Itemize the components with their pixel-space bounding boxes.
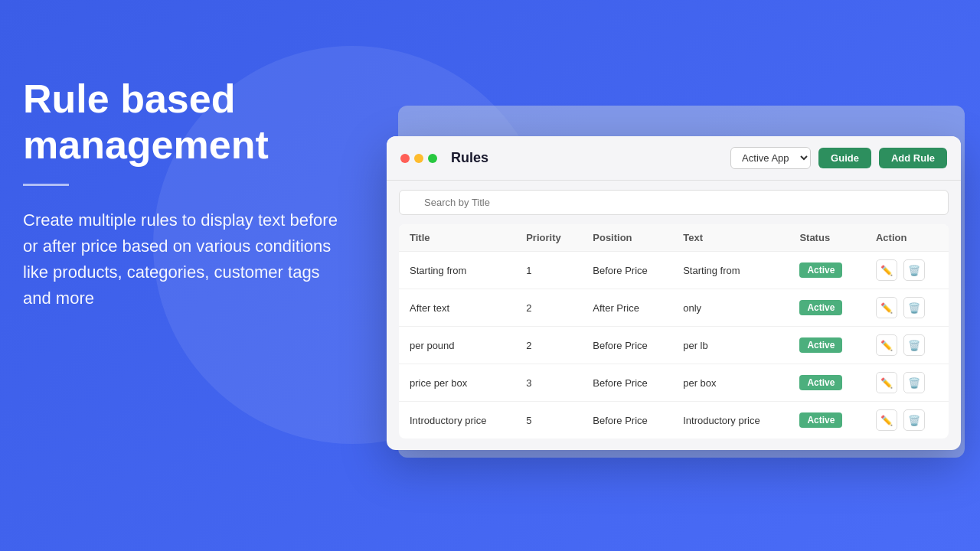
cell-text: only — [672, 289, 789, 327]
maximize-button-dot[interactable] — [428, 154, 437, 163]
status-badge: Active — [799, 300, 842, 315]
col-action: Action — [865, 224, 949, 252]
col-text: Text — [672, 224, 789, 252]
col-status: Status — [789, 224, 865, 252]
status-badge: Active — [799, 262, 842, 278]
left-panel: Rule based management Create multiple ru… — [23, 77, 352, 311]
cell-position: Before Price — [582, 327, 672, 364]
header-controls: Active App Guide Add Rule — [730, 147, 947, 169]
table-body: Starting from 1 Before Price Starting fr… — [399, 252, 949, 439]
status-badge: Active — [799, 337, 842, 353]
action-icons: ✏️ 🗑️ — [876, 409, 938, 431]
table-container: Title Priority Position Text Status Acti… — [387, 224, 961, 450]
cell-status: Active — [789, 289, 865, 327]
cell-text: Starting from — [672, 252, 789, 289]
table-row: price per box 3 Before Price per box Act… — [399, 364, 949, 402]
cell-position: Before Price — [582, 364, 672, 402]
cell-title: Starting from — [399, 252, 515, 289]
delete-button[interactable]: 🗑️ — [903, 334, 925, 356]
guide-button[interactable]: Guide — [818, 148, 871, 168]
action-icons: ✏️ 🗑️ — [876, 372, 938, 393]
traffic-lights — [400, 154, 437, 163]
action-icons: ✏️ 🗑️ — [876, 259, 938, 281]
main-window: Rules Active App Guide Add Rule 🔍 Title … — [387, 136, 961, 450]
edit-button[interactable]: ✏️ — [876, 409, 897, 431]
action-icons: ✏️ 🗑️ — [876, 334, 938, 356]
add-rule-button[interactable]: Add Rule — [879, 148, 947, 168]
edit-button[interactable]: ✏️ — [876, 372, 897, 393]
rules-table: Title Priority Position Text Status Acti… — [399, 224, 949, 439]
table-row: Starting from 1 Before Price Starting fr… — [399, 252, 949, 289]
minimize-button-dot[interactable] — [414, 154, 423, 163]
status-badge: Active — [799, 375, 842, 390]
cell-position: Before Price — [582, 402, 672, 439]
edit-button[interactable]: ✏️ — [876, 334, 897, 356]
table-header: Title Priority Position Text Status Acti… — [399, 224, 949, 252]
cell-title: price per box — [399, 364, 515, 402]
cell-action: ✏️ 🗑️ — [865, 364, 949, 402]
delete-button[interactable]: 🗑️ — [903, 259, 925, 281]
cell-priority: 5 — [515, 402, 582, 439]
cell-priority: 1 — [515, 252, 582, 289]
cell-text: per box — [672, 364, 789, 402]
window-title: Rules — [451, 150, 724, 166]
col-priority: Priority — [515, 224, 582, 252]
description-text: Create multiple rules to display text be… — [23, 207, 352, 311]
cell-action: ✏️ 🗑️ — [865, 252, 949, 289]
cell-action: ✏️ 🗑️ — [865, 327, 949, 364]
cell-priority: 2 — [515, 327, 582, 364]
close-button-dot[interactable] — [400, 154, 410, 163]
table-row: per pound 2 Before Price per lb Active ✏… — [399, 327, 949, 364]
table-row: Introductory price 5 Before Price Introd… — [399, 402, 949, 439]
divider-line — [23, 184, 69, 186]
action-icons: ✏️ 🗑️ — [876, 297, 938, 318]
cell-text: per lb — [672, 327, 789, 364]
cell-status: Active — [789, 364, 865, 402]
table-row: After text 2 After Price only Active ✏️ … — [399, 289, 949, 327]
search-wrapper: 🔍 — [399, 190, 949, 215]
col-title: Title — [399, 224, 515, 252]
cell-text: Introductory price — [672, 402, 789, 439]
edit-button[interactable]: ✏️ — [876, 297, 897, 318]
cell-position: After Price — [582, 289, 672, 327]
status-badge: Active — [799, 412, 842, 428]
search-bar-container: 🔍 — [387, 181, 961, 224]
heading-line1: Rule based — [23, 77, 235, 121]
cell-title: After text — [399, 289, 515, 327]
delete-button[interactable]: 🗑️ — [903, 372, 925, 393]
search-input[interactable] — [399, 190, 949, 215]
cell-position: Before Price — [582, 252, 672, 289]
cell-title: Introductory price — [399, 402, 515, 439]
heading-line2: management — [23, 122, 269, 167]
col-position: Position — [582, 224, 672, 252]
edit-button[interactable]: ✏️ — [876, 259, 897, 281]
cell-status: Active — [789, 252, 865, 289]
active-app-select[interactable]: Active App — [730, 147, 811, 169]
cell-action: ✏️ 🗑️ — [865, 402, 949, 439]
cell-action: ✏️ 🗑️ — [865, 289, 949, 327]
title-bar: Rules Active App Guide Add Rule — [387, 136, 961, 181]
main-heading: Rule based management — [23, 77, 352, 168]
cell-status: Active — [789, 327, 865, 364]
delete-button[interactable]: 🗑️ — [903, 409, 925, 431]
delete-button[interactable]: 🗑️ — [903, 297, 925, 318]
cell-status: Active — [789, 402, 865, 439]
cell-title: per pound — [399, 327, 515, 364]
cell-priority: 2 — [515, 289, 582, 327]
cell-priority: 3 — [515, 364, 582, 402]
